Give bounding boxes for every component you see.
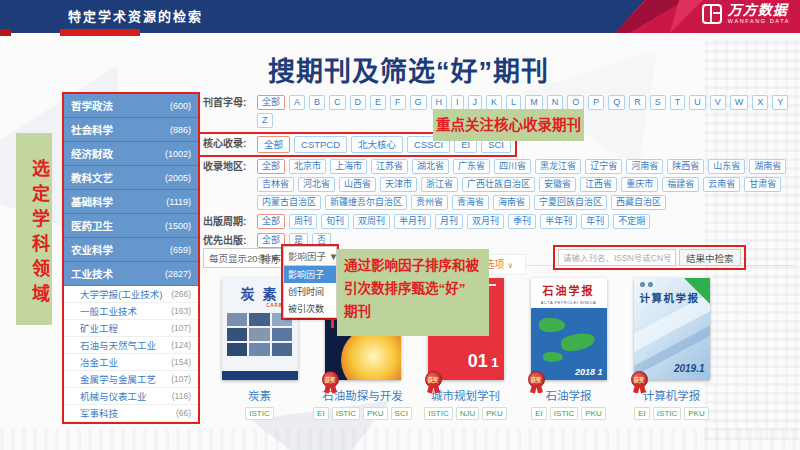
journal-card[interactable]: 计算机学报优先2019.1获奖计算机学报EIISTICPKU xyxy=(620,278,723,420)
filter-option[interactable]: Z xyxy=(257,113,273,128)
filter-option[interactable]: 旬刊 xyxy=(321,214,349,229)
filter-option[interactable]: I xyxy=(451,95,464,110)
sidebar-category[interactable]: 农业科学(659) xyxy=(64,238,198,262)
filter-option[interactable]: 月刊 xyxy=(435,214,463,229)
filter-option[interactable]: Q xyxy=(608,95,625,110)
search-input[interactable] xyxy=(558,249,676,266)
journal-cover[interactable]: 计算机学报优先2019.1获奖 xyxy=(634,278,710,380)
filter-option[interactable]: 北京市 xyxy=(289,159,326,174)
filter-option[interactable]: A xyxy=(289,95,305,110)
filter-option-selected[interactable]: 全部 xyxy=(257,214,285,229)
filter-option[interactable]: 浙江省 xyxy=(421,177,458,192)
filter-option[interactable]: 半年刊 xyxy=(540,214,577,229)
sort-dropdown[interactable]: 影响因子 ▼ xyxy=(283,246,337,266)
filter-option[interactable]: 福建省 xyxy=(662,177,699,192)
filter-option[interactable]: 宁夏回族自治区 xyxy=(534,195,607,210)
filter-option[interactable]: 湖南省 xyxy=(749,159,786,174)
filter-option[interactable]: G xyxy=(410,95,427,110)
filter-option[interactable]: 山西省 xyxy=(339,177,376,192)
filter-option[interactable]: 黑龙江省 xyxy=(535,159,581,174)
filter-option[interactable]: 湖北省 xyxy=(412,159,449,174)
sidebar-subcategory[interactable]: 矿业工程(107) xyxy=(64,320,198,337)
filter-option[interactable]: 河北省 xyxy=(298,177,335,192)
filter-option-selected[interactable]: 全部 xyxy=(257,136,290,153)
search-in-results-button[interactable]: 结果中检索 xyxy=(679,249,741,266)
filter-option[interactable]: 半月刊 xyxy=(394,214,431,229)
filter-option[interactable]: CSTPCD xyxy=(294,136,347,153)
filter-option[interactable]: W xyxy=(730,95,749,110)
filter-option[interactable]: 安徽省 xyxy=(539,177,576,192)
sort-menu-item[interactable]: 被引次数 xyxy=(284,300,336,317)
sidebar-subcategory[interactable]: 军事科技(66) xyxy=(64,405,198,422)
filter-option[interactable]: J xyxy=(468,95,483,110)
filter-option[interactable]: M xyxy=(525,95,543,110)
filter-option[interactable]: K xyxy=(486,95,502,110)
filter-option[interactable]: B xyxy=(309,95,325,110)
sidebar-subcategory[interactable]: 大学学报(工业技术)(266) xyxy=(64,286,198,303)
filter-option[interactable]: 云南省 xyxy=(703,177,740,192)
filter-option[interactable]: 内蒙古自治区 xyxy=(257,195,321,210)
filter-option[interactable]: 北大核心 xyxy=(351,136,403,153)
sidebar-category[interactable]: 哲学政法(600) xyxy=(64,94,198,118)
filter-option[interactable]: Y xyxy=(772,95,788,110)
filter-option[interactable]: 辽宁省 xyxy=(585,159,622,174)
filter-option[interactable]: 不定期 xyxy=(613,214,650,229)
filter-option[interactable]: R xyxy=(629,95,646,110)
filter-option[interactable]: 青海省 xyxy=(452,195,489,210)
journal-cover[interactable]: 石油学报ACTA PETROLEI SINICA2018 1获奖 xyxy=(531,278,607,380)
filter-option[interactable]: T xyxy=(670,95,686,110)
filter-option[interactable]: 双周刊 xyxy=(353,214,390,229)
sidebar-category[interactable]: 教科文艺(2005) xyxy=(64,166,198,190)
filter-option[interactable]: E xyxy=(370,95,386,110)
filter-option[interactable]: 河南省 xyxy=(626,159,663,174)
filter-option[interactable]: D xyxy=(350,95,367,110)
filter-option[interactable]: 山东省 xyxy=(708,159,745,174)
journal-title[interactable]: 石油学报 xyxy=(546,387,592,403)
sidebar-category[interactable]: 基础科学(1119) xyxy=(64,190,198,214)
sort-menu-item[interactable]: 创刊时间 xyxy=(284,283,336,300)
filter-option[interactable]: 周刊 xyxy=(289,214,317,229)
journal-card[interactable]: 石油学报ACTA PETROLEI SINICA2018 1获奖石油学报EIIS… xyxy=(517,278,620,420)
sidebar-category[interactable]: 工业技术(2827) xyxy=(64,262,198,286)
filter-option[interactable]: H xyxy=(431,95,448,110)
filter-option[interactable]: 四川省 xyxy=(494,159,531,174)
filter-option[interactable]: N xyxy=(547,95,564,110)
filter-option[interactable]: 海南省 xyxy=(493,195,530,210)
filter-option[interactable]: 年刊 xyxy=(581,214,609,229)
filter-option[interactable]: 广西壮族自治区 xyxy=(462,177,535,192)
filter-option[interactable]: S xyxy=(650,95,666,110)
journal-title[interactable]: 计算机学报 xyxy=(643,387,701,403)
journal-title[interactable]: 炭素 xyxy=(248,387,271,403)
sidebar-subcategory[interactable]: 机械与仪表工业(116) xyxy=(64,388,198,405)
filter-option[interactable]: 重庆市 xyxy=(621,177,658,192)
filter-option[interactable]: 吉林省 xyxy=(257,177,294,192)
filter-option[interactable]: 上海市 xyxy=(330,159,367,174)
filter-option[interactable]: 双月刊 xyxy=(467,214,504,229)
filter-option[interactable]: 陕西省 xyxy=(667,159,704,174)
filter-option[interactable]: C xyxy=(329,95,346,110)
filter-option[interactable]: V xyxy=(710,95,726,110)
sort-menu-item[interactable]: 影响因子 xyxy=(284,266,336,283)
filter-option[interactable]: 甘肃省 xyxy=(744,177,781,192)
filter-option-selected[interactable]: 全部 xyxy=(257,95,285,110)
filter-option[interactable]: U xyxy=(689,95,706,110)
filter-option-selected[interactable]: 全部 xyxy=(257,159,285,174)
filter-option[interactable]: 新疆维吾尔自治区 xyxy=(325,195,407,210)
filter-option[interactable]: 广东省 xyxy=(453,159,490,174)
filter-option[interactable]: X xyxy=(752,95,768,110)
sidebar-subcategory[interactable]: 石油与天然气工业(124) xyxy=(64,337,198,354)
sidebar-category[interactable]: 社会科学(886) xyxy=(64,118,198,142)
filter-option[interactable]: P xyxy=(588,95,604,110)
filter-option[interactable]: 江西省 xyxy=(580,177,617,192)
sidebar-category[interactable]: 经济财政(1002) xyxy=(64,142,198,166)
filter-option[interactable]: 季刊 xyxy=(508,214,536,229)
sidebar-subcategory[interactable]: 一般工业技术(163) xyxy=(64,303,198,320)
filter-option[interactable]: O xyxy=(567,95,584,110)
journal-title[interactable]: 城市规划学刊 xyxy=(431,387,500,403)
filter-option[interactable]: 江苏省 xyxy=(371,159,408,174)
sidebar-subcategory[interactable]: 金属学与金属工艺(107) xyxy=(64,371,198,388)
filter-option[interactable]: 天津市 xyxy=(380,177,417,192)
filter-option[interactable]: L xyxy=(506,95,521,110)
sidebar-category[interactable]: 医药卫生(1500) xyxy=(64,214,198,238)
filter-option[interactable]: F xyxy=(390,95,406,110)
